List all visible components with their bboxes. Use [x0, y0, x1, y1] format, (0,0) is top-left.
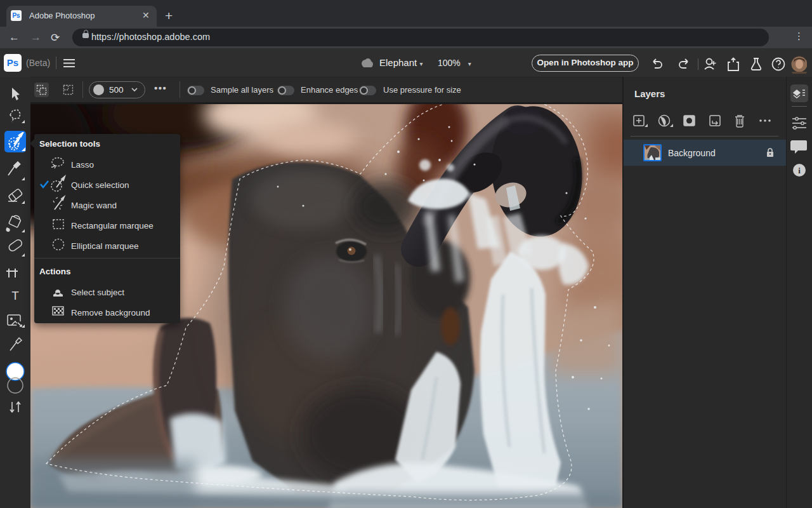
svg-text:T: T	[11, 289, 19, 302]
svg-text:i: i	[798, 166, 801, 175]
